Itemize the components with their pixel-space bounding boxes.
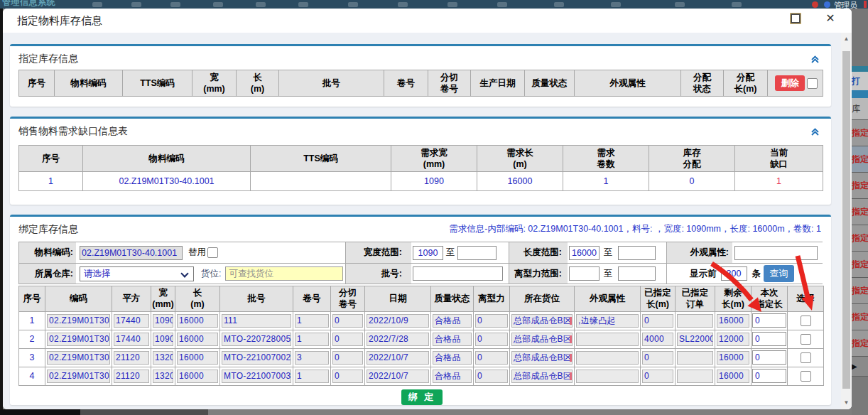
- cell-box-quality-status: 合格品: [433, 351, 472, 365]
- background-icon-blue: [824, 1, 830, 8]
- warehouse-select[interactable]: 请选择: [80, 266, 194, 281]
- background-assign-link: 指定: [852, 225, 868, 251]
- cell-appearance: [575, 367, 641, 385]
- cell-quality-status: 合格品: [431, 330, 474, 348]
- table-row: 102.Z19M01T30-40.10011744010901600011110…: [19, 311, 824, 330]
- background-icon-fragment: [864, 1, 867, 8]
- cell-quality-status: 合格品: [431, 311, 474, 330]
- cell-assigned-length: 4000: [641, 330, 676, 348]
- width-from-input[interactable]: 1090: [413, 246, 443, 260]
- show-count-input[interactable]: 300: [721, 266, 747, 281]
- chevron-down-icon: [181, 271, 188, 277]
- select-checkbox[interactable]: [801, 352, 811, 363]
- assign-length-input[interactable]: 0: [752, 313, 786, 328]
- delete-button[interactable]: 删除: [775, 75, 805, 91]
- demand-gap-table: 序号物料编码TTS编码需求宽(mm)需求长(m)需求卷数库存分配当前缺口102.…: [18, 145, 823, 191]
- maximize-button[interactable]: [791, 14, 801, 23]
- panel2-title: 销售物料需求缺口信息表: [18, 125, 128, 138]
- cell-slit-roll-no: 0: [331, 367, 365, 385]
- cell-box-slit-roll-no: 0: [332, 370, 363, 383]
- cell-assigned-length: 0: [641, 367, 676, 385]
- assign-length-input[interactable]: 0: [752, 350, 786, 365]
- substitute-checkbox[interactable]: [207, 247, 218, 258]
- cell-box-code: 02.Z19M01T30-40.1001: [47, 333, 110, 346]
- column-header: 外观属性: [575, 286, 641, 312]
- background-assign-link: 指定: [852, 303, 868, 330]
- cell-select-checkbox[interactable]: [788, 330, 824, 348]
- collapse-icon[interactable]: [810, 126, 820, 139]
- select-checkbox[interactable]: [801, 334, 811, 345]
- cell-box-location: 总部成品仓B区: [511, 351, 573, 365]
- toolbar-icon: [611, 2, 621, 7]
- length-from-input[interactable]: 16000: [569, 246, 600, 260]
- assign-length-input[interactable]: 0: [752, 332, 786, 346]
- delete-header-cell: 删除: [768, 70, 823, 97]
- cell-box-length: 16000: [177, 351, 218, 365]
- cell-box-assigned-order: SL22000: [677, 333, 713, 346]
- warehouse-select-value: 请选择: [84, 269, 111, 279]
- cell-assign-length-input[interactable]: 0: [752, 367, 788, 385]
- column-header: 分配长(m): [724, 70, 768, 97]
- cell-box-slit-roll-no: 0: [332, 314, 363, 328]
- delete-all-checkbox[interactable]: [807, 78, 818, 89]
- cell-assigned-order: [676, 311, 715, 330]
- cell-box-date: 2022/7/28: [367, 333, 429, 346]
- cell-select-checkbox[interactable]: [788, 311, 824, 330]
- cell-box-width: 1320: [153, 370, 173, 383]
- select-checkbox[interactable]: [801, 371, 811, 382]
- dialog-scrollbar[interactable]: ▲ ▼: [841, 33, 852, 409]
- scroll-up-icon[interactable]: ▲: [841, 36, 852, 42]
- collapse-icon[interactable]: [810, 54, 820, 67]
- cell-location: 总部成品仓B区: [510, 311, 575, 330]
- cell-assign-length-input[interactable]: 0: [752, 311, 788, 330]
- specified-inventory-table: 序号物料编码TTS编码宽(mm)长(m)批号卷号分切卷号生产日期质量状态外观属性…: [18, 70, 823, 97]
- bind-inventory-table: 序号编码平方宽(mm)长(m)批号卷号分切卷号日期质量状态离型力所在货位外观属性…: [18, 286, 824, 386]
- cell-assign-length-input[interactable]: 0: [752, 330, 788, 348]
- cell-roll-no: 1: [293, 330, 331, 348]
- cell-length: 16000: [175, 311, 220, 330]
- cell-box-code: 02.Z19M01T30-40.1001: [47, 351, 110, 365]
- cell-remaining-length: 16000: [715, 348, 752, 367]
- demand-cell: [251, 172, 391, 191]
- cell-box-assigned-order: [677, 370, 713, 383]
- to-label: 至: [446, 247, 455, 259]
- close-button[interactable]: ✕: [823, 11, 837, 25]
- query-button[interactable]: 查询: [764, 265, 794, 282]
- cell-box-date: 2022/10/9: [367, 314, 429, 328]
- bind-button[interactable]: 绑 定: [401, 389, 443, 405]
- cell-remaining-length: 16000: [715, 311, 752, 330]
- length-to-input[interactable]: [618, 246, 656, 260]
- assign-length-input[interactable]: 0: [752, 369, 786, 383]
- cell-date: 2022/7/28: [365, 330, 431, 348]
- appearance-input[interactable]: [734, 246, 818, 260]
- cell-release-force: 0: [474, 311, 510, 330]
- cell-current-gap: 1: [735, 172, 823, 191]
- column-header: 外观属性: [575, 70, 681, 97]
- cell-assign-length-input[interactable]: 0: [752, 348, 788, 367]
- cell-box-batch: MTO-221007002: [222, 351, 291, 365]
- cell-roll-no: 1: [293, 367, 331, 385]
- batch-input[interactable]: [413, 266, 503, 281]
- toolbar-icon: [675, 2, 685, 7]
- material-code-input[interactable]: 02.Z19M01T30-40.1001: [80, 246, 183, 260]
- location-input[interactable]: 可查找货位: [225, 266, 343, 281]
- cell-code: 02.Z19M01T30-40.1001: [45, 348, 112, 367]
- cell-box-roll-no: 1: [295, 333, 329, 346]
- cell-box-remaining-length: 16000: [717, 351, 749, 365]
- cell-slit-roll-no: 0: [331, 311, 365, 330]
- cell-select-checkbox[interactable]: [788, 367, 824, 385]
- release-from-input[interactable]: [569, 266, 600, 281]
- scroll-down-icon[interactable]: ▼: [841, 399, 852, 406]
- cell-box-quality-status: 合格品: [433, 370, 472, 383]
- cell-box-location: 总部成品仓B区: [511, 370, 573, 383]
- cell-select-checkbox[interactable]: [788, 348, 824, 367]
- select-checkbox[interactable]: [801, 316, 811, 326]
- truncated-red-mark: [570, 354, 572, 362]
- column-header: 宽(mm): [192, 70, 237, 97]
- release-to-input[interactable]: [618, 266, 656, 281]
- panel1-title: 指定库存信息: [18, 53, 78, 65]
- cell-length: 16000: [175, 348, 220, 367]
- width-to-input[interactable]: [457, 246, 497, 260]
- scroll-thumb[interactable]: [842, 51, 850, 389]
- cell-box-roll-no: 3: [295, 351, 329, 365]
